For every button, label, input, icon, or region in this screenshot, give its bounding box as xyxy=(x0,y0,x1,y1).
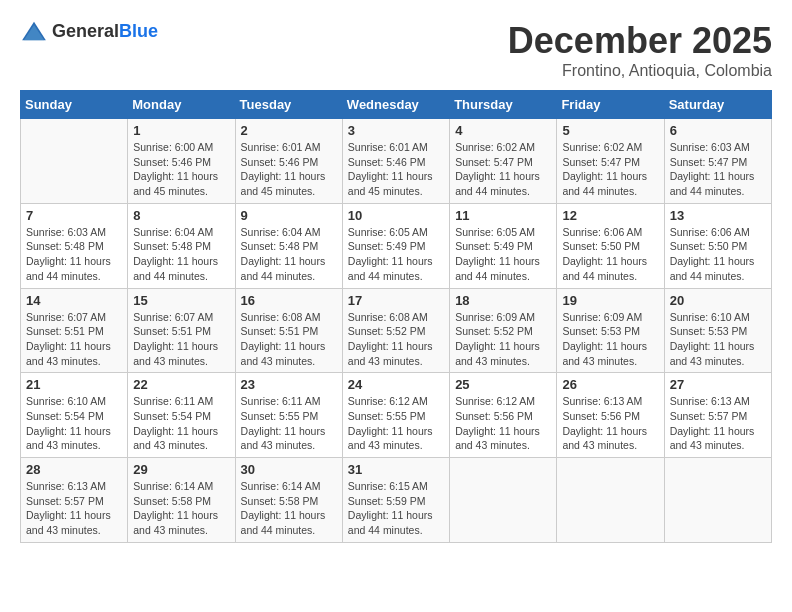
logo-text-blue: Blue xyxy=(119,21,158,41)
day-number: 9 xyxy=(241,208,337,223)
day-number: 31 xyxy=(348,462,444,477)
day-info: Sunrise: 6:12 AMSunset: 5:55 PMDaylight:… xyxy=(348,394,444,453)
day-number: 10 xyxy=(348,208,444,223)
day-info: Sunrise: 6:08 AMSunset: 5:51 PMDaylight:… xyxy=(241,310,337,369)
day-info: Sunrise: 6:14 AMSunset: 5:58 PMDaylight:… xyxy=(133,479,229,538)
day-number: 20 xyxy=(670,293,766,308)
calendar-cell: 12Sunrise: 6:06 AMSunset: 5:50 PMDayligh… xyxy=(557,203,664,288)
day-number: 23 xyxy=(241,377,337,392)
day-info: Sunrise: 6:15 AMSunset: 5:59 PMDaylight:… xyxy=(348,479,444,538)
day-info: Sunrise: 6:03 AMSunset: 5:48 PMDaylight:… xyxy=(26,225,122,284)
day-info: Sunrise: 6:09 AMSunset: 5:53 PMDaylight:… xyxy=(562,310,658,369)
calendar-week-2: 7Sunrise: 6:03 AMSunset: 5:48 PMDaylight… xyxy=(21,203,772,288)
day-info: Sunrise: 6:13 AMSunset: 5:56 PMDaylight:… xyxy=(562,394,658,453)
day-info: Sunrise: 6:12 AMSunset: 5:56 PMDaylight:… xyxy=(455,394,551,453)
calendar-cell xyxy=(664,458,771,543)
day-number: 1 xyxy=(133,123,229,138)
calendar-cell: 2Sunrise: 6:01 AMSunset: 5:46 PMDaylight… xyxy=(235,119,342,204)
day-number: 6 xyxy=(670,123,766,138)
day-header-tuesday: Tuesday xyxy=(235,91,342,119)
svg-marker-1 xyxy=(24,25,44,40)
calendar-cell: 9Sunrise: 6:04 AMSunset: 5:48 PMDaylight… xyxy=(235,203,342,288)
day-info: Sunrise: 6:04 AMSunset: 5:48 PMDaylight:… xyxy=(133,225,229,284)
calendar-cell: 18Sunrise: 6:09 AMSunset: 5:52 PMDayligh… xyxy=(450,288,557,373)
calendar-week-3: 14Sunrise: 6:07 AMSunset: 5:51 PMDayligh… xyxy=(21,288,772,373)
month-title: December 2025 xyxy=(508,20,772,62)
day-number: 26 xyxy=(562,377,658,392)
calendar-cell: 6Sunrise: 6:03 AMSunset: 5:47 PMDaylight… xyxy=(664,119,771,204)
day-number: 19 xyxy=(562,293,658,308)
day-info: Sunrise: 6:00 AMSunset: 5:46 PMDaylight:… xyxy=(133,140,229,199)
calendar-cell: 19Sunrise: 6:09 AMSunset: 5:53 PMDayligh… xyxy=(557,288,664,373)
day-info: Sunrise: 6:08 AMSunset: 5:52 PMDaylight:… xyxy=(348,310,444,369)
day-info: Sunrise: 6:06 AMSunset: 5:50 PMDaylight:… xyxy=(562,225,658,284)
day-info: Sunrise: 6:02 AMSunset: 5:47 PMDaylight:… xyxy=(562,140,658,199)
day-number: 14 xyxy=(26,293,122,308)
calendar-week-1: 1Sunrise: 6:00 AMSunset: 5:46 PMDaylight… xyxy=(21,119,772,204)
day-header-wednesday: Wednesday xyxy=(342,91,449,119)
day-header-thursday: Thursday xyxy=(450,91,557,119)
calendar-cell: 11Sunrise: 6:05 AMSunset: 5:49 PMDayligh… xyxy=(450,203,557,288)
day-info: Sunrise: 6:09 AMSunset: 5:52 PMDaylight:… xyxy=(455,310,551,369)
calendar-cell xyxy=(557,458,664,543)
day-number: 13 xyxy=(670,208,766,223)
day-info: Sunrise: 6:13 AMSunset: 5:57 PMDaylight:… xyxy=(26,479,122,538)
calendar-cell: 20Sunrise: 6:10 AMSunset: 5:53 PMDayligh… xyxy=(664,288,771,373)
calendar-cell: 15Sunrise: 6:07 AMSunset: 5:51 PMDayligh… xyxy=(128,288,235,373)
day-header-monday: Monday xyxy=(128,91,235,119)
day-number: 21 xyxy=(26,377,122,392)
calendar-cell: 14Sunrise: 6:07 AMSunset: 5:51 PMDayligh… xyxy=(21,288,128,373)
day-info: Sunrise: 6:01 AMSunset: 5:46 PMDaylight:… xyxy=(241,140,337,199)
day-number: 25 xyxy=(455,377,551,392)
day-number: 16 xyxy=(241,293,337,308)
day-info: Sunrise: 6:14 AMSunset: 5:58 PMDaylight:… xyxy=(241,479,337,538)
calendar-cell: 30Sunrise: 6:14 AMSunset: 5:58 PMDayligh… xyxy=(235,458,342,543)
calendar-cell: 22Sunrise: 6:11 AMSunset: 5:54 PMDayligh… xyxy=(128,373,235,458)
calendar-cell: 21Sunrise: 6:10 AMSunset: 5:54 PMDayligh… xyxy=(21,373,128,458)
day-info: Sunrise: 6:07 AMSunset: 5:51 PMDaylight:… xyxy=(26,310,122,369)
day-number: 7 xyxy=(26,208,122,223)
day-number: 3 xyxy=(348,123,444,138)
calendar-cell: 29Sunrise: 6:14 AMSunset: 5:58 PMDayligh… xyxy=(128,458,235,543)
day-info: Sunrise: 6:11 AMSunset: 5:55 PMDaylight:… xyxy=(241,394,337,453)
day-info: Sunrise: 6:04 AMSunset: 5:48 PMDaylight:… xyxy=(241,225,337,284)
day-number: 24 xyxy=(348,377,444,392)
day-number: 4 xyxy=(455,123,551,138)
days-header-row: SundayMondayTuesdayWednesdayThursdayFrid… xyxy=(21,91,772,119)
calendar-table: SundayMondayTuesdayWednesdayThursdayFrid… xyxy=(20,90,772,543)
calendar-week-5: 28Sunrise: 6:13 AMSunset: 5:57 PMDayligh… xyxy=(21,458,772,543)
calendar-cell: 10Sunrise: 6:05 AMSunset: 5:49 PMDayligh… xyxy=(342,203,449,288)
logo-text-general: General xyxy=(52,21,119,41)
calendar-cell: 27Sunrise: 6:13 AMSunset: 5:57 PMDayligh… xyxy=(664,373,771,458)
day-info: Sunrise: 6:02 AMSunset: 5:47 PMDaylight:… xyxy=(455,140,551,199)
day-info: Sunrise: 6:10 AMSunset: 5:53 PMDaylight:… xyxy=(670,310,766,369)
calendar-cell: 16Sunrise: 6:08 AMSunset: 5:51 PMDayligh… xyxy=(235,288,342,373)
calendar-cell: 4Sunrise: 6:02 AMSunset: 5:47 PMDaylight… xyxy=(450,119,557,204)
day-number: 8 xyxy=(133,208,229,223)
calendar-cell: 28Sunrise: 6:13 AMSunset: 5:57 PMDayligh… xyxy=(21,458,128,543)
logo-icon xyxy=(20,20,48,42)
day-number: 22 xyxy=(133,377,229,392)
day-info: Sunrise: 6:07 AMSunset: 5:51 PMDaylight:… xyxy=(133,310,229,369)
day-number: 11 xyxy=(455,208,551,223)
calendar-cell: 3Sunrise: 6:01 AMSunset: 5:46 PMDaylight… xyxy=(342,119,449,204)
calendar-cell: 1Sunrise: 6:00 AMSunset: 5:46 PMDaylight… xyxy=(128,119,235,204)
page-header: GeneralBlue December 2025 Frontino, Anti… xyxy=(20,20,772,80)
calendar-cell: 8Sunrise: 6:04 AMSunset: 5:48 PMDaylight… xyxy=(128,203,235,288)
day-number: 15 xyxy=(133,293,229,308)
calendar-cell: 26Sunrise: 6:13 AMSunset: 5:56 PMDayligh… xyxy=(557,373,664,458)
day-info: Sunrise: 6:10 AMSunset: 5:54 PMDaylight:… xyxy=(26,394,122,453)
calendar-cell: 17Sunrise: 6:08 AMSunset: 5:52 PMDayligh… xyxy=(342,288,449,373)
logo: GeneralBlue xyxy=(20,20,158,42)
calendar-cell: 23Sunrise: 6:11 AMSunset: 5:55 PMDayligh… xyxy=(235,373,342,458)
day-info: Sunrise: 6:01 AMSunset: 5:46 PMDaylight:… xyxy=(348,140,444,199)
calendar-cell: 24Sunrise: 6:12 AMSunset: 5:55 PMDayligh… xyxy=(342,373,449,458)
day-info: Sunrise: 6:05 AMSunset: 5:49 PMDaylight:… xyxy=(455,225,551,284)
day-number: 27 xyxy=(670,377,766,392)
calendar-week-4: 21Sunrise: 6:10 AMSunset: 5:54 PMDayligh… xyxy=(21,373,772,458)
day-number: 30 xyxy=(241,462,337,477)
calendar-cell: 13Sunrise: 6:06 AMSunset: 5:50 PMDayligh… xyxy=(664,203,771,288)
calendar-cell: 25Sunrise: 6:12 AMSunset: 5:56 PMDayligh… xyxy=(450,373,557,458)
day-number: 17 xyxy=(348,293,444,308)
day-number: 2 xyxy=(241,123,337,138)
